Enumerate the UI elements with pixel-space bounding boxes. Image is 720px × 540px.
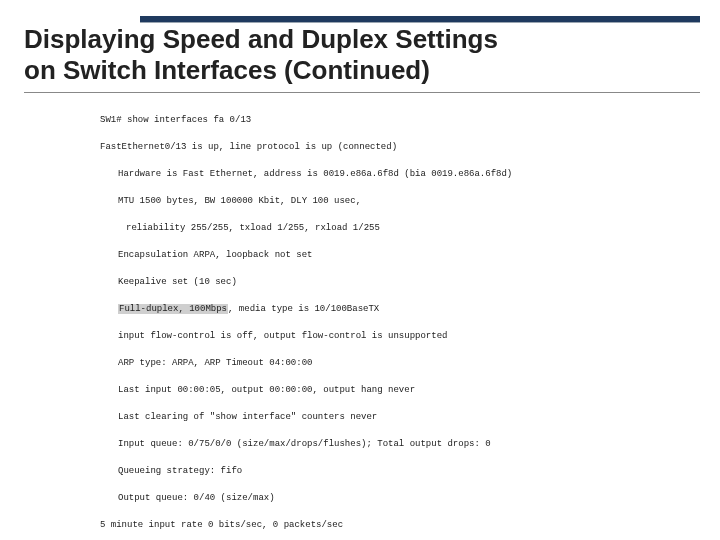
cli-line: input flow-control is off, output flow-c…: [100, 330, 512, 344]
slide-title: Displaying Speed and Duplex Settings on …: [24, 24, 498, 86]
title-line-2: on Switch Interfaces (Continued): [24, 55, 430, 85]
cli-line: Output queue: 0/40 (size/max): [100, 492, 512, 506]
cli-line: Last clearing of "show interface" counte…: [100, 411, 512, 425]
cli-line: MTU 1500 bytes, BW 100000 Kbit, DLY 100 …: [100, 195, 512, 209]
cli-line: Last input 00:00:05, output 00:00:00, ou…: [100, 384, 512, 398]
cli-line: Encapsulation ARPA, loopback not set: [100, 249, 512, 263]
cli-line: Queueing strategy: fifo: [100, 465, 512, 479]
cli-line: Keepalive set (10 sec): [100, 276, 512, 290]
cli-line: Input queue: 0/75/0/0 (size/max/drops/fl…: [100, 438, 512, 452]
title-underline: [24, 92, 700, 93]
cli-text: , media type is 10/100BaseTX: [228, 304, 379, 314]
cli-command: SW1# show interfaces fa 0/13: [100, 114, 512, 128]
cli-line: ARP type: ARPA, ARP Timeout 04:00:00: [100, 357, 512, 371]
cli-output: SW1# show interfaces fa 0/13 FastEtherne…: [100, 100, 512, 540]
cli-line: reliability 255/255, txload 1/255, rxloa…: [100, 222, 512, 236]
title-line-1: Displaying Speed and Duplex Settings: [24, 24, 498, 54]
cli-line: FastEthernet0/13 is up, line protocol is…: [100, 141, 512, 155]
header-accent-line: [140, 22, 700, 23]
cli-line: 5 minute input rate 0 bits/sec, 0 packet…: [100, 519, 512, 533]
cli-line: Full-duplex, 100Mbps, media type is 10/1…: [100, 303, 512, 317]
cli-line: Hardware is Fast Ethernet, address is 00…: [100, 168, 512, 182]
highlight-duplex-speed: Full-duplex, 100Mbps: [118, 304, 228, 314]
